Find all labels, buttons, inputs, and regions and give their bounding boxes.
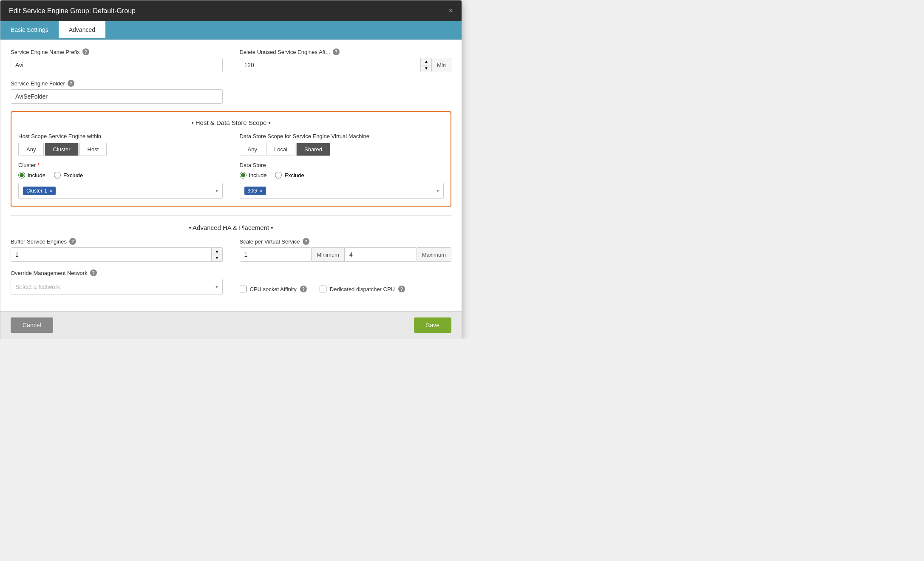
buffer-se-input[interactable]	[11, 247, 212, 262]
cluster-select-chevron-icon[interactable]: ▾	[215, 188, 218, 194]
scale-per-vs-label: Scale per Virtual Service ?	[240, 238, 452, 245]
modal-title: Edit Service Engine Group: Default-Group	[9, 7, 136, 15]
data-store-tag-90g: 90G ×	[244, 187, 266, 195]
data-store-include-radio[interactable]	[240, 172, 247, 178]
buffer-se-spinner[interactable]: ▲ ▼	[212, 247, 223, 262]
cluster-exclude-radio-label[interactable]: Exclude	[54, 172, 83, 178]
se-folder-input[interactable]	[11, 89, 223, 104]
cpu-socket-affinity-help-icon[interactable]: ?	[300, 286, 307, 292]
spinner-down-btn[interactable]: ▼	[421, 65, 431, 72]
host-scope-col: Host Scope Service Engine within Any Clu…	[18, 133, 223, 199]
override-network-help-icon[interactable]: ?	[90, 269, 97, 276]
data-store-tag-select[interactable]: 90G × ▾	[240, 183, 444, 199]
cluster-tag-cluster1: Cluster-1 ×	[23, 187, 56, 195]
group-delete-unused: Delete Unused Service Engines Aft... ? ▲…	[240, 48, 452, 72]
se-folder-help-icon[interactable]: ?	[68, 80, 74, 87]
data-store-tags-container: 90G ×	[244, 187, 266, 195]
group-empty-right	[240, 80, 452, 104]
cancel-button[interactable]: Cancel	[11, 317, 53, 333]
scale-min-label: Minimum	[312, 247, 345, 262]
override-network-label: Override Management Network ?	[11, 269, 223, 276]
cluster-required-star: *	[37, 162, 40, 168]
section-divider	[11, 215, 451, 215]
scale-per-vs-help-icon[interactable]: ?	[303, 238, 309, 245]
cpu-socket-affinity-checkbox[interactable]	[240, 286, 247, 292]
se-name-prefix-label: Service Engine Name Prefix ?	[11, 48, 223, 55]
cluster-include-radio[interactable]	[18, 172, 25, 178]
data-store-local-btn[interactable]: Local	[266, 143, 295, 156]
dedicated-dispatcher-help-icon[interactable]: ?	[398, 286, 405, 292]
group-se-folder: Service Engine Folder ?	[11, 80, 223, 104]
delete-unused-label: Delete Unused Service Engines Aft... ?	[240, 48, 452, 55]
delete-unused-spinner[interactable]: ▲ ▼	[421, 58, 432, 72]
spinner-up-btn[interactable]: ▲	[421, 58, 431, 65]
cpu-socket-affinity-group: CPU socket Affinity ?	[240, 286, 307, 292]
select-network-placeholder: Select a Network	[15, 283, 60, 290]
cluster-exclude-radio[interactable]	[54, 172, 61, 178]
data-store-exclude-radio[interactable]	[275, 172, 282, 178]
buffer-se-label: Buffer Service Engines ?	[11, 238, 223, 245]
host-scope-btn-group: Any Cluster Host	[18, 143, 223, 156]
delete-unused-help-icon[interactable]: ?	[333, 48, 340, 55]
dedicated-dispatcher-checkbox[interactable]	[320, 286, 326, 292]
row-se-folder: Service Engine Folder ?	[11, 80, 451, 104]
cluster-tag-select[interactable]: Cluster-1 × ▾	[18, 183, 223, 199]
data-store-scope-label: Data Store Scope for Service Engine Virt…	[240, 133, 444, 139]
scope-row: Host Scope Service Engine within Any Clu…	[18, 133, 444, 199]
data-store-radio-group: Include Exclude	[240, 172, 444, 178]
data-store-select-chevron-icon[interactable]: ▾	[436, 188, 439, 194]
data-store-scope-col: Data Store Scope for Service Engine Virt…	[240, 133, 444, 199]
se-name-prefix-input[interactable]	[11, 58, 223, 72]
scale-group: Minimum Maximum	[240, 247, 452, 262]
host-datastore-scope-section: • Host & Data Store Scope • Host Scope S…	[11, 111, 451, 207]
tab-advanced[interactable]: Advanced	[59, 21, 105, 40]
save-button[interactable]: Save	[414, 317, 451, 333]
cluster-radio-group: Include Exclude	[18, 172, 223, 178]
group-cpu-options: CPU socket Affinity ? Dedicated dispatch…	[240, 269, 452, 295]
select-network-chevron-icon[interactable]: ▾	[215, 284, 218, 290]
edit-service-engine-modal: Edit Service Engine Group: Default-Group…	[0, 0, 462, 339]
ha-placement-title: • Advanced HA & Placement •	[11, 224, 451, 231]
group-override-network: Override Management Network ? Select a N…	[11, 269, 223, 295]
buffer-se-input-group: ▲ ▼	[11, 247, 223, 262]
data-store-tag-remove-icon[interactable]: ×	[260, 188, 262, 193]
cpu-socket-affinity-label: CPU socket Affinity	[250, 286, 297, 292]
data-store-exclude-radio-label[interactable]: Exclude	[275, 172, 304, 178]
row-se-name-delete: Service Engine Name Prefix ? Delete Unus…	[11, 48, 451, 72]
host-datastore-scope-title: • Host & Data Store Scope •	[18, 119, 444, 126]
se-folder-label: Service Engine Folder ?	[11, 80, 223, 87]
data-store-shared-btn[interactable]: Shared	[296, 143, 330, 156]
modal-footer: Cancel Save	[0, 311, 462, 339]
buffer-se-spinner-down[interactable]: ▼	[212, 255, 222, 262]
data-store-include-radio-label[interactable]: Include	[240, 172, 267, 178]
cluster-tags-container: Cluster-1 ×	[23, 187, 56, 195]
host-scope-cluster-btn[interactable]: Cluster	[45, 143, 78, 156]
scale-min-input[interactable]	[240, 247, 312, 262]
data-store-any-btn[interactable]: Any	[240, 143, 265, 156]
cluster-include-radio-label[interactable]: Include	[18, 172, 45, 178]
host-scope-host-btn[interactable]: Host	[79, 143, 107, 156]
delete-unused-input[interactable]	[240, 58, 421, 72]
host-scope-any-btn[interactable]: Any	[18, 143, 44, 156]
select-network-dropdown[interactable]: Select a Network ▾	[11, 279, 223, 295]
dedicated-dispatcher-group: Dedicated dispatcher CPU ?	[320, 286, 405, 292]
cluster-tag-remove-icon[interactable]: ×	[50, 188, 52, 193]
group-buffer-se: Buffer Service Engines ? ▲ ▼	[11, 238, 223, 262]
delete-unused-input-group: ▲ ▼ Min	[240, 58, 452, 72]
se-name-prefix-help-icon[interactable]: ?	[82, 48, 89, 55]
data-store-field-label: Data Store	[240, 162, 444, 168]
scale-max-label: Maximum	[417, 247, 451, 262]
buffer-se-spinner-up[interactable]: ▲	[212, 248, 222, 255]
group-se-name-prefix: Service Engine Name Prefix ?	[11, 48, 223, 72]
row-network-cpu: Override Management Network ? Select a N…	[11, 269, 451, 295]
tab-basic-settings[interactable]: Basic Settings	[0, 21, 59, 40]
row-buffer-scale: Buffer Service Engines ? ▲ ▼ Scale per V…	[11, 238, 451, 262]
cluster-field-label: Cluster *	[18, 162, 223, 168]
modal-body: Service Engine Name Prefix ? Delete Unus…	[0, 40, 462, 311]
close-icon[interactable]: ×	[448, 6, 453, 15]
dedicated-dispatcher-label: Dedicated dispatcher CPU	[330, 286, 395, 292]
buffer-se-help-icon[interactable]: ?	[69, 238, 76, 245]
modal-header: Edit Service Engine Group: Default-Group…	[0, 0, 462, 21]
tab-bar: Basic Settings Advanced	[0, 21, 462, 40]
scale-max-input[interactable]	[345, 247, 417, 262]
